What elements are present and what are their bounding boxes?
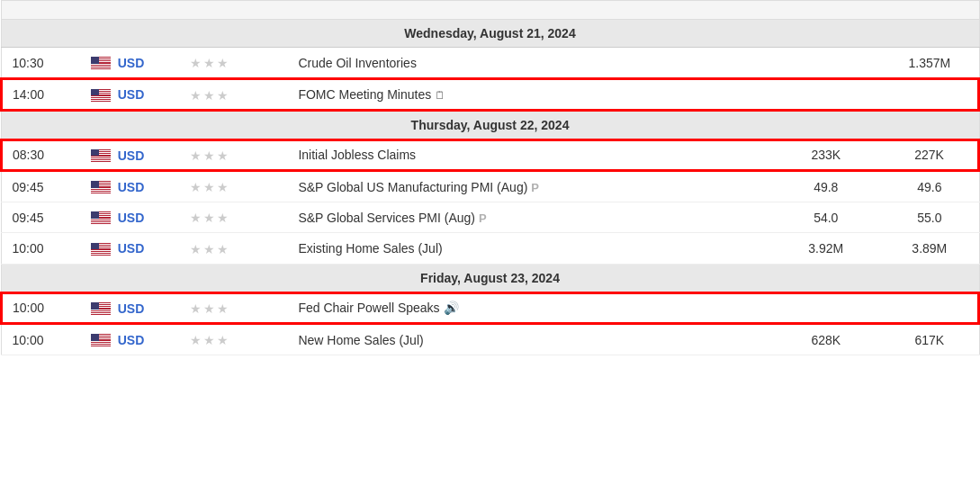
event-actual — [683, 171, 772, 202]
event-time: 10:30 — [1, 48, 80, 79]
currency-code: USD — [118, 211, 145, 225]
currency-code: USD — [118, 180, 145, 194]
table-row: 10:30 USD ★★★ Crude Oil Inventories 1.35… — [1, 48, 979, 79]
day-header-row: Friday, August 23, 2024 — [1, 264, 979, 292]
currency-code: USD — [118, 242, 145, 256]
currency-code: USD — [118, 148, 145, 163]
event-name: New Home Sales (Jul) — [287, 324, 682, 355]
day-header-label: Thursday, August 22, 2024 — [1, 111, 979, 139]
event-forecast — [771, 292, 880, 324]
header-event — [287, 1, 682, 20]
event-name: S&P Global Services PMI (Aug)P — [287, 202, 682, 233]
star-icon: ★ — [217, 88, 229, 103]
event-name: Initial Jobless Claims — [287, 139, 682, 171]
star-icon: ★ — [203, 180, 215, 194]
event-actual — [683, 78, 772, 110]
event-currency: USD — [80, 139, 179, 171]
star-icon: ★ — [190, 180, 202, 194]
star-icon: ★ — [217, 56, 229, 70]
star-icon: ★ — [203, 88, 215, 103]
event-previous — [880, 78, 979, 110]
importance-stars: ★★★ — [190, 56, 229, 70]
event-importance: ★★★ — [179, 48, 288, 79]
event-actual — [683, 139, 772, 171]
currency-code: USD — [118, 333, 145, 347]
star-icon: ★ — [190, 242, 202, 256]
event-forecast: 49.8 — [771, 171, 880, 202]
star-icon: ★ — [190, 301, 202, 316]
event-forecast — [771, 48, 880, 79]
star-icon: ★ — [217, 242, 229, 256]
event-forecast: 233K — [771, 139, 880, 171]
star-icon: ★ — [203, 148, 215, 163]
day-header-label: Wednesday, August 21, 2024 — [1, 20, 979, 48]
event-forecast — [771, 78, 880, 110]
day-header-row: Wednesday, August 21, 2024 — [1, 20, 979, 48]
day-header-row: Thursday, August 22, 2024 — [1, 111, 979, 139]
us-flag — [91, 149, 111, 162]
event-previous — [880, 292, 979, 324]
event-time: 10:00 — [1, 324, 80, 355]
us-flag — [91, 181, 111, 193]
event-importance: ★★★ — [179, 139, 288, 171]
event-name: FOMC Meeting Minutes🗒 — [287, 78, 682, 110]
event-forecast: 54.0 — [771, 202, 880, 233]
event-currency: USD — [80, 171, 179, 202]
us-flag — [91, 57, 111, 69]
table-row: 10:00 USD ★★★ New Home Sales (Jul) 628K … — [1, 324, 979, 355]
star-icon: ★ — [203, 301, 215, 316]
event-time: 10:00 — [1, 292, 80, 324]
event-name: Existing Home Sales (Jul) — [287, 233, 682, 264]
economic-calendar: Wednesday, August 21, 2024 10:30 USD ★★★… — [0, 0, 980, 355]
star-icon: ★ — [203, 333, 215, 347]
event-forecast: 628K — [771, 324, 880, 355]
star-icon: ★ — [190, 148, 202, 163]
currency-code: USD — [118, 56, 145, 70]
event-previous: 617K — [880, 324, 979, 355]
preliminary-icon: P — [531, 181, 539, 194]
event-importance: ★★★ — [179, 202, 288, 233]
star-icon: ★ — [203, 242, 215, 256]
event-name: S&P Global US Manufacturing PMI (Aug)P — [287, 171, 682, 202]
table-row: 08:30 USD ★★★ Initial Jobless Claims 233… — [1, 139, 979, 171]
event-name: Fed Chair Powell Speaks🔊 — [287, 292, 682, 324]
header-time — [1, 1, 80, 20]
preliminary-icon: P — [479, 211, 487, 225]
us-flag — [91, 89, 111, 102]
event-previous: 227K — [880, 139, 979, 171]
us-flag — [91, 302, 111, 315]
event-time: 09:45 — [1, 171, 80, 202]
star-icon: ★ — [217, 301, 229, 316]
event-time: 08:30 — [1, 139, 80, 171]
importance-stars: ★★★ — [190, 301, 229, 316]
event-currency: USD — [80, 324, 179, 355]
table-row: 14:00 USD ★★★ FOMC Meeting Minutes🗒 — [1, 78, 979, 110]
star-icon: ★ — [190, 88, 202, 103]
header-importance — [179, 1, 288, 20]
star-icon: ★ — [190, 211, 202, 225]
event-time: 14:00 — [1, 78, 80, 110]
star-icon: ★ — [203, 56, 215, 70]
event-currency: USD — [80, 78, 179, 110]
event-actual — [683, 292, 772, 324]
doc-icon: 🗒 — [435, 89, 445, 102]
event-importance: ★★★ — [179, 292, 288, 324]
event-previous: 1.357M — [880, 48, 979, 79]
star-icon: ★ — [217, 333, 229, 347]
header-previous — [880, 1, 979, 20]
currency-code: USD — [118, 88, 145, 103]
event-importance: ★★★ — [179, 78, 288, 110]
event-time: 09:45 — [1, 202, 80, 233]
event-name: Crude Oil Inventories — [287, 48, 682, 79]
importance-stars: ★★★ — [190, 242, 229, 256]
table-row: 09:45 USD ★★★ S&P Global US Manufacturin… — [1, 171, 979, 202]
event-actual — [683, 324, 772, 355]
importance-stars: ★★★ — [190, 333, 229, 347]
event-time: 10:00 — [1, 233, 80, 264]
header-actual — [683, 1, 772, 20]
us-flag — [91, 211, 111, 224]
event-actual — [683, 48, 772, 79]
importance-stars: ★★★ — [190, 148, 229, 163]
event-previous: 49.6 — [880, 171, 979, 202]
table-row: 09:45 USD ★★★ S&P Global Services PMI (A… — [1, 202, 979, 233]
